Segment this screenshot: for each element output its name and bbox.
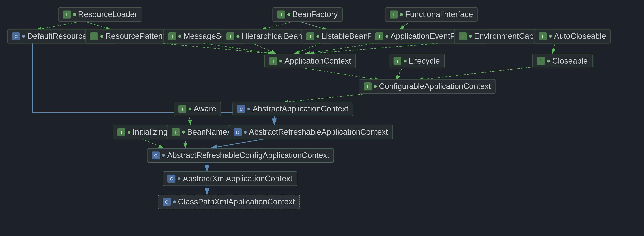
node-label: BeanFactory: [292, 10, 338, 19]
node-ApplicationContext[interactable]: I ApplicationContext: [264, 54, 356, 68]
dot-icon: [316, 35, 319, 38]
dot-icon: [549, 35, 552, 38]
interface-icon: I: [459, 32, 467, 40]
node-AbstractApplicationContext[interactable]: C AbstractApplicationContext: [232, 102, 353, 116]
interface-icon: I: [269, 57, 277, 65]
node-Lifecycle[interactable]: I Lifecycle: [389, 54, 445, 68]
interface-icon: I: [172, 128, 180, 136]
interface-icon: I: [118, 128, 125, 136]
interface-icon: I: [375, 32, 383, 40]
node-AbstractRefreshableConfigApplicationContext[interactable]: C AbstractRefreshableConfigApplicationCo…: [147, 148, 334, 163]
interface-icon: I: [306, 32, 314, 40]
dot-icon: [374, 85, 377, 88]
node-AbstractRefreshableApplicationContext[interactable]: C AbstractRefreshableApplicationContext: [229, 125, 393, 139]
dot-icon: [386, 35, 388, 38]
node-label: ConfigurableApplicationContext: [379, 82, 491, 91]
node-label: Lifecycle: [409, 56, 440, 66]
node-BeanFactory[interactable]: I BeanFactory: [272, 7, 342, 22]
dot-icon: [547, 59, 550, 62]
dot-icon: [236, 35, 239, 38]
svg-line-3: [84, 21, 111, 30]
node-Closeable[interactable]: I Closeable: [532, 54, 592, 68]
svg-line-2: [36, 21, 84, 30]
dot-icon: [469, 35, 472, 38]
dot-icon: [173, 201, 176, 203]
node-ResourceLoader[interactable]: I ResourceLoader: [58, 7, 142, 22]
interface-icon: I: [277, 10, 285, 18]
node-label: AbstractApplicationContext: [252, 104, 348, 114]
class-icon: C: [12, 32, 20, 40]
abstract-class-icon: C: [168, 175, 176, 183]
node-AutoCloseable[interactable]: I AutoCloseable: [534, 29, 611, 43]
svg-line-17: [283, 92, 382, 102]
node-label: AbstractRefreshableConfigApplicationCont…: [167, 151, 329, 160]
class-diagram: I ResourceLoader I BeanFactory I Functio…: [0, 0, 618, 236]
node-label: Aware: [194, 104, 216, 114]
node-label: AbstractRefreshableApplicationContext: [249, 127, 388, 137]
dot-icon: [288, 13, 290, 16]
interface-icon: I: [390, 10, 398, 18]
svg-line-5: [298, 21, 327, 30]
node-ClassPathXmlApplicationContext[interactable]: C ClassPathXmlApplicationContext: [158, 195, 300, 209]
dot-icon: [404, 59, 406, 62]
class-icon: C: [163, 198, 171, 206]
dot-icon: [248, 108, 250, 110]
interface-icon: I: [537, 57, 545, 65]
dot-icon: [182, 131, 185, 134]
node-AbstractXmlApplicationContext[interactable]: C AbstractXmlApplicationContext: [163, 171, 297, 186]
dot-icon: [178, 177, 180, 180]
node-label: ApplicationContext: [284, 56, 351, 66]
interface-icon: I: [394, 57, 402, 65]
interface-icon: I: [539, 32, 547, 40]
dot-icon: [244, 131, 246, 134]
node-FunctionalInterface[interactable]: I FunctionalInterface: [385, 7, 478, 22]
node-label: FunctionalInterface: [405, 10, 473, 19]
node-label: ResourceLoader: [78, 10, 137, 19]
interface-icon: I: [90, 32, 98, 40]
interface-icon: I: [226, 32, 234, 40]
svg-line-4: [262, 21, 294, 30]
dot-icon: [100, 35, 103, 38]
dot-icon: [128, 131, 130, 134]
node-ConfigurableApplicationContext[interactable]: I ConfigurableApplicationContext: [359, 79, 496, 94]
interface-icon: I: [168, 32, 176, 40]
dot-icon: [279, 59, 282, 62]
interface-icon: I: [178, 105, 186, 113]
svg-line-6: [400, 21, 410, 30]
node-label: Closeable: [552, 56, 588, 66]
node-Aware[interactable]: I Aware: [174, 102, 221, 116]
interface-icon: I: [63, 10, 71, 18]
node-label: AutoCloseable: [554, 31, 606, 41]
abstract-class-icon: C: [234, 128, 242, 136]
dot-icon: [178, 35, 181, 38]
dot-icon: [22, 35, 25, 38]
dot-icon: [188, 108, 192, 110]
node-label: ClassPathXmlApplicationContext: [178, 197, 295, 207]
abstract-class-icon: C: [152, 151, 160, 159]
node-label: AbstractXmlApplicationContext: [183, 174, 292, 183]
abstract-class-icon: C: [237, 105, 245, 113]
dot-icon: [400, 13, 403, 16]
interface-icon: I: [364, 82, 372, 90]
dot-icon: [162, 154, 165, 157]
dot-icon: [73, 13, 76, 16]
